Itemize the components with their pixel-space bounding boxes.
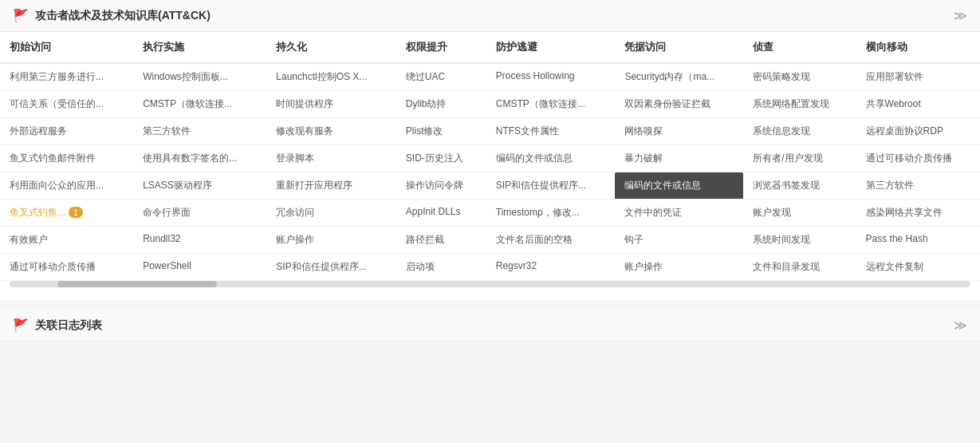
cell-r1-c1[interactable]: CMSTP（微软连接... [133,91,266,118]
cell-r5-c5[interactable]: 文件中的凭证 [615,200,743,227]
cell-r1-c5[interactable]: 双因素身份验证拦截 [615,91,743,118]
cell-r6-c2[interactable]: 账户操作 [266,227,396,254]
cell-r3-c5[interactable]: 暴力破解 [615,145,743,172]
cell-r5-c2[interactable]: 冗余访问 [266,200,396,227]
cell-r0-c6[interactable]: 密码策略发现 [743,63,856,91]
cell-r1-c2[interactable]: 时间提供程序 [266,91,396,118]
cell-r3-c6[interactable]: 所有者/用户发现 [743,145,856,172]
col-header-0: 初始访问 [0,32,133,63]
col-header-6: 侦查 [743,32,856,63]
cell-r7-c5[interactable]: 账户操作 [615,254,743,281]
cell-r2-c7[interactable]: 远程桌面协议RDP [856,118,980,145]
cell-r7-c6[interactable]: 文件和目录发现 [743,254,856,281]
att-table-wrapper: 初始访问执行实施持久化权限提升防护逃避凭据访问侦查横向移动 利用第三方服务进行.… [0,32,980,300]
cell-r0-c4[interactable]: Process Hollowing [486,63,616,91]
col-header-7: 横向移动 [856,32,980,63]
cell-r5-c1[interactable]: 命令行界面 [133,200,266,227]
cell-r5-c7[interactable]: 感染网络共享文件 [856,200,980,227]
cell-r3-c0[interactable]: 鱼叉式钓鱼邮件附件 [0,145,133,172]
cell-r7-c0[interactable]: 通过可移动介质传播 [0,254,133,281]
table-row: 通过可移动介质传播PowerShellSIP和信任提供程序...启动项Regsv… [0,254,980,281]
cell-r3-c7[interactable]: 通过可移动介质传播 [856,145,980,172]
col-header-3: 权限提升 [396,32,486,63]
scrollbar-thumb[interactable] [57,281,217,287]
cell-r3-c2[interactable]: 登录脚本 [266,145,396,172]
main-panel-title: 🚩 攻击者战术及技术知识库(ATT&CK) [13,8,211,23]
cell-r6-c4[interactable]: 文件名后面的空格 [486,227,616,254]
cell-r6-c1[interactable]: Rundll32 [133,227,266,254]
cell-r0-c0[interactable]: 利用第三方服务进行... [0,63,133,91]
cell-r0-c3[interactable]: 绕过UAC [396,63,486,91]
cell-r4-c0[interactable]: 利用面向公众的应用... [0,172,133,200]
col-header-4: 防护逃避 [486,32,616,63]
cell-r4-c4[interactable]: SIP和信任提供程序... [486,172,616,200]
cell-r2-c4[interactable]: NTFS文件属性 [486,118,616,145]
table-row: 鱼叉式钓鱼邮件附件使用具有数字签名的...登录脚本SID-历史注入编码的文件或信… [0,145,980,172]
second-panel-title: 🚩 关联日志列表 [13,318,102,333]
cell-r3-c3[interactable]: SID-历史注入 [396,145,486,172]
col-header-2: 持久化 [266,32,396,63]
cell-r6-c3[interactable]: 路径拦截 [396,227,486,254]
cell-r3-c1[interactable]: 使用具有数字签名的... [133,145,266,172]
cell-r2-c5[interactable]: 网络嗅探 [615,118,743,145]
cell-r7-c1[interactable]: PowerShell [133,254,266,281]
cell-r0-c5[interactable]: Securityd内存（ma... [615,63,743,91]
cell-r4-c5[interactable]: 编码的文件或信息 [615,172,743,200]
table-row: 利用面向公众的应用...LSASS驱动程序重新打开应用程序操作访问令牌SIP和信… [0,172,980,200]
title-flag-icon: 🚩 [13,8,29,23]
main-panel-expand-icon[interactable]: ≫ [954,8,967,23]
main-panel: 🚩 攻击者战术及技术知识库(ATT&CK) ≫ 初始访问执行实施持久化权限提升防… [0,0,980,300]
cell-r2-c1[interactable]: 第三方软件 [133,118,266,145]
col-header-5: 凭据访问 [615,32,743,63]
table-header-row: 初始访问执行实施持久化权限提升防护逃避凭据访问侦查横向移动 [0,32,980,63]
cell-r1-c6[interactable]: 系统网络配置发现 [743,91,856,118]
main-title-text: 攻击者战术及技术知识库(ATT&CK) [35,9,211,23]
scrollbar-track[interactable] [10,281,970,287]
cell-r1-c3[interactable]: Dylib劫持 [396,91,486,118]
table-row: 外部远程服务第三方软件修改现有服务Plist修改NTFS文件属性网络嗅探系统信息… [0,118,980,145]
cell-r5-c6[interactable]: 账户发现 [743,200,856,227]
alert-badge: 1 [69,207,83,218]
cell-r2-c2[interactable]: 修改现有服务 [266,118,396,145]
cell-r6-c0[interactable]: 有效账户 [0,227,133,254]
cell-r0-c1[interactable]: Windows控制面板... [133,63,266,91]
cell-r7-c3[interactable]: 启动项 [396,254,486,281]
cell-r5-c0[interactable]: 鱼叉式钓鱼...1 [0,200,133,227]
second-panel-header: 🚩 关联日志列表 ≫ [0,310,980,342]
cell-r1-c7[interactable]: 共享Webroot [856,91,980,118]
cell-r5-c4[interactable]: Timestomp，修改... [486,200,616,227]
cell-r7-c7[interactable]: 远程文件复制 [856,254,980,281]
cell-r0-c7[interactable]: 应用部署软件 [856,63,980,91]
cell-r3-c4[interactable]: 编码的文件或信息 [486,145,616,172]
cell-r0-c2[interactable]: Launchctl控制OS X... [266,63,396,91]
cell-r1-c0[interactable]: 可信关系（受信任的... [0,91,133,118]
col-header-1: 执行实施 [133,32,266,63]
cell-r6-c7[interactable]: Pass the Hash [856,227,980,254]
cell-r6-c6[interactable]: 系统时间发现 [743,227,856,254]
main-panel-header: 🚩 攻击者战术及技术知识库(ATT&CK) ≫ [0,0,980,32]
table-row: 有效账户Rundll32账户操作路径拦截文件名后面的空格钩子系统时间发现Pass… [0,227,980,254]
table-row: 可信关系（受信任的...CMSTP（微软连接...时间提供程序Dylib劫持CM… [0,91,980,118]
cell-r1-c4[interactable]: CMSTP（微软连接... [486,91,616,118]
cell-r2-c3[interactable]: Plist修改 [396,118,486,145]
cell-r2-c6[interactable]: 系统信息发现 [743,118,856,145]
table-row: 鱼叉式钓鱼...1命令行界面冗余访问AppInit DLLsTimestomp，… [0,200,980,227]
cell-r4-c3[interactable]: 操作访问令牌 [396,172,486,200]
second-title-text: 关联日志列表 [35,318,102,333]
second-title-flag-icon: 🚩 [13,318,29,333]
cell-r4-c6[interactable]: 浏览器书签发现 [743,172,856,200]
cell-r6-c5[interactable]: 钩子 [615,227,743,254]
second-panel-expand-icon[interactable]: ≫ [954,318,967,333]
table-row: 利用第三方服务进行...Windows控制面板...Launchctl控制OS … [0,63,980,91]
cell-r7-c4[interactable]: Regsvr32 [486,254,616,281]
cell-r4-c7[interactable]: 第三方软件 [856,172,980,200]
cell-r7-c2[interactable]: SIP和信任提供程序... [266,254,396,281]
cell-r2-c0[interactable]: 外部远程服务 [0,118,133,145]
att-table: 初始访问执行实施持久化权限提升防护逃避凭据访问侦查横向移动 利用第三方服务进行.… [0,32,980,281]
cell-r5-c3[interactable]: AppInit DLLs [396,200,486,227]
cell-r4-c2[interactable]: 重新打开应用程序 [266,172,396,200]
cell-r4-c1[interactable]: LSASS驱动程序 [133,172,266,200]
second-panel: 🚩 关联日志列表 ≫ [0,310,980,342]
